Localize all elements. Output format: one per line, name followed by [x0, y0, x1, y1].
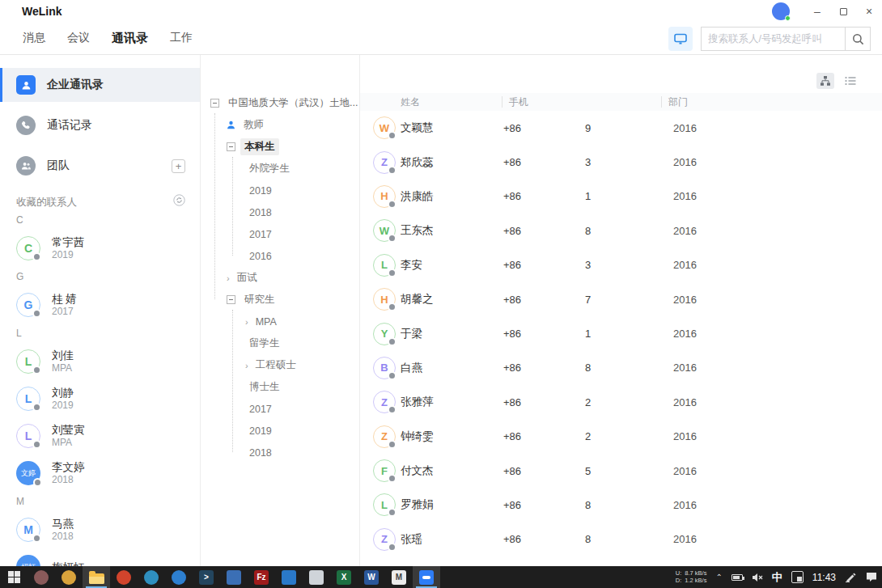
org-chart-view-button[interactable] [816, 73, 834, 89]
file-explorer-icon[interactable] [83, 566, 110, 588]
collapse-icon[interactable] [210, 99, 219, 108]
app-gray-icon[interactable] [303, 566, 330, 588]
word-icon[interactable]: W [358, 566, 385, 588]
tree-node[interactable]: 外院学生 [201, 158, 359, 180]
table-row[interactable]: Z郑欣蕊+8632016 [360, 145, 882, 179]
app-glyph [117, 570, 131, 585]
tab-messages[interactable]: 消息 [23, 31, 45, 46]
table-row[interactable]: L李安+8632016 [360, 248, 882, 282]
photos-icon[interactable] [275, 566, 303, 588]
tree-node[interactable]: ›工程硕士 [201, 354, 359, 376]
app-m-icon[interactable]: M [385, 566, 413, 588]
app-title: WeLink [22, 5, 62, 18]
hidden-icons-chevron[interactable]: ⌃ [715, 573, 722, 582]
search-app-icon[interactable] [165, 566, 193, 588]
network-speed-indicator[interactable]: U: D: 8.7 kB/s 1.2 kB/s [676, 570, 707, 584]
favorite-contact[interactable]: G桂 婧2017 [0, 286, 200, 324]
sidebar-item-corp-directory[interactable]: 企业通讯录 [0, 68, 200, 102]
member-phone-prefix: +86 [502, 294, 579, 306]
app-gold-icon[interactable] [55, 566, 83, 588]
tree-node[interactable]: ›面试 [201, 267, 359, 289]
tree-node[interactable]: 研究生 [201, 289, 359, 311]
table-row[interactable]: L罗雅娟+8682016 [360, 488, 882, 522]
member-avatar-cell: H [360, 288, 401, 311]
search-input[interactable] [701, 27, 845, 51]
member-avatar: Z [373, 391, 396, 413]
favorite-contact[interactable]: M马燕2018 [0, 511, 200, 548]
screen-share-button[interactable] [668, 27, 693, 51]
close-button[interactable]: × [856, 0, 882, 23]
collapse-icon[interactable] [227, 295, 235, 304]
sidebar-item-teams[interactable]: 团队 + [0, 149, 200, 183]
table-row[interactable]: Z钟绮雯+8622016 [360, 420, 882, 454]
user-avatar[interactable] [772, 2, 790, 20]
expand-icon[interactable]: › [227, 273, 230, 283]
favorite-contact[interactable]: 文婷李文婷2018 [0, 455, 200, 492]
system-tray: U: D: 8.7 kB/s 1.2 kB/s ⌃ 中 11:43 [676, 566, 877, 588]
tree-node[interactable]: 2016 [201, 245, 359, 267]
favorite-contact[interactable]: L刘莹寅MPA [0, 417, 200, 455]
tree-node[interactable]: 中国地质大学（武汉）土地... [201, 92, 359, 114]
member-phone-prefix: +86 [502, 156, 579, 168]
battery-icon[interactable] [731, 574, 743, 581]
app-red-icon[interactable] [110, 566, 138, 588]
tree-node[interactable]: 2017 [201, 223, 359, 245]
edge-browser-icon[interactable] [138, 566, 165, 588]
add-team-button[interactable]: + [172, 159, 185, 173]
welink-icon[interactable] [413, 566, 440, 588]
table-row[interactable]: Y于梁+8612016 [360, 316, 882, 350]
member-phone-digit: 3 [579, 156, 661, 168]
collapse-icon[interactable] [227, 142, 235, 151]
excel-icon[interactable]: X [330, 566, 358, 588]
tree-node[interactable]: 本科生 [201, 136, 359, 158]
tree-node[interactable]: 2018 [201, 442, 359, 463]
app-brush-icon[interactable] [28, 566, 55, 588]
ime-mode-icon[interactable] [791, 571, 804, 583]
tree-node-label: 2017 [245, 402, 276, 417]
contact-subtitle: MPA [52, 437, 85, 449]
table-row[interactable]: Z张雅萍+8622016 [360, 385, 882, 419]
sync-icon[interactable] [173, 194, 185, 209]
favorite-contact[interactable]: 妍虹梅妍虹 [0, 548, 200, 566]
app-map-icon[interactable] [220, 566, 248, 588]
ime-language-indicator[interactable]: 中 [772, 570, 782, 585]
tree-node[interactable]: 2019 [201, 420, 359, 442]
tree-node[interactable]: 2018 [201, 201, 359, 223]
tab-work[interactable]: 工作 [170, 31, 193, 46]
action-center-icon[interactable] [866, 572, 877, 582]
favorite-contact[interactable]: L刘佳MPA [0, 343, 200, 380]
tree-node[interactable]: 留学生 [201, 332, 359, 354]
favorite-contact[interactable]: L刘静2019 [0, 380, 200, 417]
tree-node[interactable]: 教师 [201, 114, 359, 136]
minimize-button[interactable]: – [804, 0, 830, 23]
table-row[interactable]: W王东杰+8682016 [360, 214, 882, 247]
member-avatar-cell: Z [360, 151, 401, 174]
member-name: 文颖慧 [401, 121, 502, 135]
search-button[interactable] [845, 27, 871, 51]
filezilla-icon[interactable]: Fz [248, 566, 275, 588]
tree-node[interactable]: ›MPA [201, 311, 359, 332]
member-avatar: H [373, 288, 396, 311]
tree-node[interactable]: 2017 [201, 398, 359, 420]
tree-node[interactable]: 博士生 [201, 376, 359, 398]
tree-node[interactable]: 2019 [201, 180, 359, 201]
favorite-contact[interactable]: C常宇茜2019 [0, 230, 200, 267]
volume-muted-icon[interactable] [752, 573, 763, 582]
expand-icon[interactable]: › [245, 317, 248, 327]
taskbar-clock[interactable]: 11:43 [812, 572, 836, 583]
tab-meetings[interactable]: 会议 [67, 31, 90, 46]
table-row[interactable]: H胡馨之+8672016 [360, 282, 882, 316]
pen-input-icon[interactable] [845, 572, 857, 582]
table-row[interactable]: W文颖慧+8692016 [360, 111, 882, 145]
table-row[interactable]: F付文杰+8652016 [360, 454, 882, 488]
tab-contacts[interactable]: 通讯录 [112, 31, 148, 46]
list-view-button[interactable] [842, 73, 859, 89]
table-row[interactable]: B白燕+8682016 [360, 351, 882, 385]
powershell-icon[interactable]: > [193, 566, 220, 588]
table-row[interactable]: H洪康皓+8612016 [360, 180, 882, 214]
start-icon[interactable] [0, 566, 28, 588]
sidebar-item-call-log[interactable]: 通话记录 [0, 108, 200, 142]
table-row[interactable]: Z张瑶+8682016 [360, 522, 882, 556]
expand-icon[interactable]: › [245, 361, 248, 370]
restore-button[interactable] [830, 0, 856, 23]
